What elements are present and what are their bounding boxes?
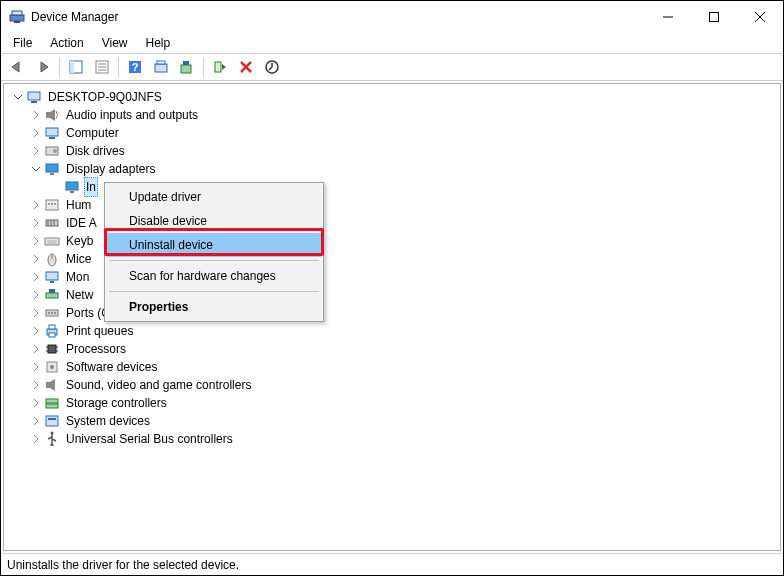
properties-button[interactable] [90, 56, 114, 78]
forward-button[interactable] [31, 56, 55, 78]
svg-point-36 [51, 203, 53, 205]
tree-item-system[interactable]: System devices [8, 412, 780, 430]
tree-item-processor[interactable]: Processors [8, 340, 780, 358]
context-menu-item[interactable]: Update driver [107, 185, 321, 209]
ide-icon [44, 215, 60, 231]
enable-device-button[interactable] [208, 56, 232, 78]
expand-icon[interactable] [30, 361, 42, 373]
context-menu-item[interactable]: Disable device [107, 209, 321, 233]
expand-icon[interactable] [30, 307, 42, 319]
close-button[interactable] [737, 1, 783, 33]
menu-view[interactable]: View [94, 34, 136, 52]
expand-icon[interactable] [30, 145, 42, 157]
tree-item-label: Universal Serial Bus controllers [64, 430, 235, 448]
expand-icon[interactable] [30, 217, 42, 229]
svg-point-37 [54, 203, 56, 205]
tree-item-software[interactable]: Software devices [8, 358, 780, 376]
svg-rect-16 [157, 61, 165, 64]
scan-hardware-button[interactable] [149, 56, 173, 78]
expand-icon[interactable] [30, 397, 42, 409]
tree-item-label: Storage controllers [64, 394, 169, 412]
app-icon [9, 9, 25, 25]
svg-rect-31 [50, 173, 54, 175]
update-driver-button[interactable] [175, 56, 199, 78]
context-menu-item[interactable]: Scan for hardware changes [107, 264, 321, 288]
svg-rect-25 [46, 112, 50, 118]
svg-rect-32 [66, 182, 78, 190]
collapse-icon[interactable] [30, 163, 42, 175]
disable-device-button[interactable] [260, 56, 284, 78]
expand-icon[interactable] [30, 415, 42, 427]
minimize-button[interactable] [645, 1, 691, 33]
svg-rect-48 [50, 281, 54, 283]
tree-item-label: Netw [64, 286, 95, 304]
menu-action[interactable]: Action [42, 34, 91, 52]
toolbar-separator [203, 57, 204, 77]
tree-item-usb[interactable]: Universal Serial Bus controllers [8, 430, 780, 448]
collapse-icon[interactable] [12, 91, 24, 103]
computer-icon [44, 125, 60, 141]
svg-rect-8 [70, 61, 74, 73]
software-icon [44, 359, 60, 375]
tree-item-storage[interactable]: Storage controllers [8, 394, 780, 412]
storage-icon [44, 395, 60, 411]
show-hide-tree-button[interactable] [64, 56, 88, 78]
help-button[interactable]: ? [123, 56, 147, 78]
mouse-icon [44, 251, 60, 267]
titlebar: Device Manager [1, 1, 783, 33]
svg-rect-19 [215, 62, 221, 72]
context-menu: Update driverDisable deviceUninstall dev… [104, 182, 324, 322]
tree-item-label: Audio inputs and outputs [64, 106, 200, 124]
expand-icon[interactable] [30, 271, 42, 283]
uninstall-device-button[interactable] [234, 56, 258, 78]
svg-rect-56 [49, 325, 55, 329]
context-menu-item[interactable]: Uninstall device [107, 233, 321, 257]
tree-root-label: DESKTOP-9Q0JNFS [46, 88, 164, 106]
tree-item-printer[interactable]: Print queues [8, 322, 780, 340]
sound-icon [44, 377, 60, 393]
tree-item-label: Software devices [64, 358, 159, 376]
tree-item-sound[interactable]: Sound, video and game controllers [8, 376, 780, 394]
menu-help[interactable]: Help [138, 34, 179, 52]
display-icon [64, 179, 80, 195]
expand-icon[interactable] [30, 325, 42, 337]
tree-item-label: Processors [64, 340, 128, 358]
menu-file[interactable]: File [5, 34, 40, 52]
tree-item-computer[interactable]: Computer [8, 124, 780, 142]
expand-icon[interactable] [30, 253, 42, 265]
expand-icon[interactable] [30, 289, 42, 301]
maximize-button[interactable] [691, 1, 737, 33]
toolbar-separator [59, 57, 60, 77]
toolbar-separator [118, 57, 119, 77]
svg-rect-49 [46, 293, 58, 298]
context-menu-item[interactable]: Properties [107, 295, 321, 319]
tree-item-label: Hum [64, 196, 93, 214]
tree-item-display[interactable]: Display adapters [8, 160, 780, 178]
tree-item-label: Mon [64, 268, 91, 286]
svg-rect-68 [46, 416, 58, 426]
tree-item-audio[interactable]: Audio inputs and outputs [8, 106, 780, 124]
expand-icon[interactable] [30, 433, 42, 445]
svg-point-70 [51, 432, 54, 435]
monitor-icon [44, 269, 60, 285]
display-icon [44, 161, 60, 177]
tree-root[interactable]: DESKTOP-9Q0JNFS [8, 88, 780, 106]
svg-rect-2 [14, 21, 20, 23]
statusbar-text: Uninstalls the driver for the selected d… [7, 558, 239, 572]
tree-item-disk[interactable]: Disk drives [8, 142, 780, 160]
svg-rect-24 [31, 101, 37, 103]
network-icon [44, 287, 60, 303]
expand-icon[interactable] [30, 127, 42, 139]
back-button[interactable] [5, 56, 29, 78]
svg-rect-26 [46, 128, 58, 136]
tree-item-label: Sound, video and game controllers [64, 376, 253, 394]
expand-icon[interactable] [30, 379, 42, 391]
disk-icon [44, 143, 60, 159]
expand-icon[interactable] [30, 343, 42, 355]
computer-icon [26, 89, 42, 105]
expand-icon[interactable] [30, 199, 42, 211]
svg-rect-27 [49, 137, 55, 139]
expand-icon[interactable] [30, 235, 42, 247]
svg-rect-30 [46, 164, 58, 172]
expand-icon[interactable] [30, 109, 42, 121]
